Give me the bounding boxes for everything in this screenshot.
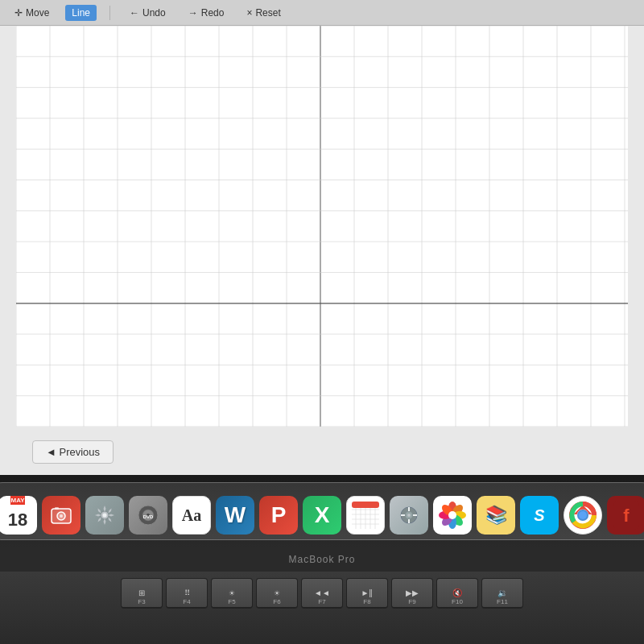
svg-point-77 (579, 511, 587, 519)
line-button[interactable]: Line (65, 5, 97, 21)
key-f7[interactable]: ◄◄ F7 (301, 578, 343, 609)
keyboard-area: ⊞ F3 ⠿ F4 ☀ F5 ☀ F6 ◄◄ F7 ►‖ F8 ▶▶ F9 🔇 … (0, 572, 644, 644)
move-button[interactable]: ✛ Move (8, 5, 56, 21)
svg-text:f: f (623, 506, 630, 526)
svg-rect-44 (352, 502, 379, 508)
dock-skype-icon[interactable]: S (520, 496, 559, 535)
dock-photos-icon[interactable] (433, 496, 472, 535)
redo-button[interactable]: → Redo (182, 5, 231, 21)
f9-icon: ▶▶ (406, 588, 419, 597)
key-f8[interactable]: ►‖ F8 (346, 578, 388, 609)
dock-prefs2-icon[interactable] (390, 496, 428, 535)
f7-icon: ◄◄ (314, 588, 330, 597)
photo-booth-svg (48, 502, 74, 528)
key-f5[interactable]: ☀ F5 (211, 578, 253, 609)
dock-system-prefs-icon[interactable] (85, 496, 124, 535)
chrome-svg (568, 500, 598, 530)
dock-chrome-icon[interactable] (564, 496, 602, 535)
f3-icon: ⊞ (138, 588, 145, 597)
key-f11[interactable]: 🔉 F11 (481, 578, 523, 609)
dock-container: MAY 18 (0, 475, 644, 547)
photos-flower-svg (438, 501, 467, 530)
previous-button[interactable]: ◄ Previous (32, 440, 114, 464)
screen: ✛ Move Line ← Undo → Redo × Reset (0, 0, 644, 475)
reset-button[interactable]: × Reset (240, 5, 287, 21)
toolbar: ✛ Move Line ← Undo → Redo × Reset (0, 0, 644, 26)
key-f10[interactable]: 🔇 F10 (436, 578, 478, 609)
svg-point-35 (60, 514, 63, 518)
skype-svg: S (525, 501, 554, 530)
svg-point-56 (407, 514, 411, 517)
svg-point-69 (448, 511, 456, 519)
gear-svg (92, 502, 118, 528)
dvd-svg: DVD (135, 502, 161, 528)
dock-dictionary-icon[interactable]: Aa (172, 496, 211, 535)
move-icon: ✛ (14, 7, 23, 19)
ical-svg (352, 502, 379, 529)
f11-icon: 🔉 (497, 588, 507, 597)
cal-month: MAY (10, 496, 24, 505)
dock-ical-icon[interactable] (346, 496, 385, 535)
dock: MAY 18 (0, 482, 644, 540)
prefs2-svg (396, 502, 422, 528)
f5-icon: ☀ (229, 589, 235, 597)
graph-canvas (16, 26, 628, 427)
divider (109, 6, 110, 20)
dock-word-icon[interactable]: W (216, 496, 254, 535)
dock-calendar-icon[interactable]: MAY 18 (0, 496, 37, 535)
f8-icon: ►‖ (361, 588, 374, 597)
dock-photo-booth-icon[interactable] (42, 496, 80, 535)
cal-date: 18 (8, 505, 27, 535)
key-f9[interactable]: ▶▶ F9 (391, 578, 433, 609)
graph-area[interactable] (16, 26, 628, 427)
dock-excel-icon[interactable]: X (303, 496, 341, 535)
dock-powerpoint-icon[interactable]: P (259, 496, 298, 535)
flash-svg: f (613, 501, 639, 530)
dock-flash-icon[interactable]: f (607, 496, 644, 535)
macbook-label: MacBook Pro (0, 547, 644, 572)
svg-rect-36 (55, 507, 59, 510)
undo-button[interactable]: ← Undo (123, 5, 172, 21)
f10-icon: 🔇 (452, 588, 462, 597)
svg-point-38 (103, 514, 107, 518)
key-f4[interactable]: ⠿ F4 (166, 578, 208, 609)
grid-svg (16, 26, 628, 427)
svg-text:S: S (534, 506, 545, 524)
svg-text:DVD: DVD (143, 514, 154, 519)
dock-ibooks-icon[interactable]: 📚 (477, 496, 515, 535)
key-f6[interactable]: ☀ F6 (256, 578, 298, 609)
key-f3[interactable]: ⊞ F3 (121, 578, 163, 609)
dock-dvd-icon[interactable]: DVD (129, 496, 167, 535)
f4-icon: ⠿ (184, 588, 190, 597)
f6-icon: ☀ (274, 589, 280, 597)
